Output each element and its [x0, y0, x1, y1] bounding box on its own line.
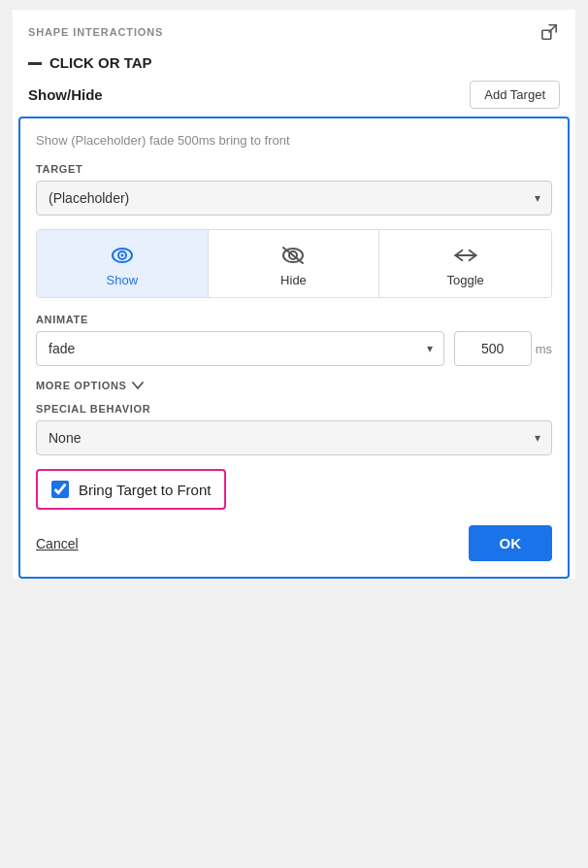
hide-action-button[interactable]: Hide — [209, 230, 380, 297]
interaction-summary: Show (Placeholder) fade 500ms bring to f… — [36, 132, 552, 150]
hide-button-label: Hide — [280, 273, 307, 287]
add-target-button[interactable]: Add Target — [470, 81, 560, 109]
bring-to-front-checkbox[interactable] — [51, 481, 69, 498]
bring-to-front-row: Bring Target to Front — [36, 469, 226, 510]
toggle-action-button[interactable]: Toggle — [379, 230, 551, 297]
bring-to-front-label[interactable]: Bring Target to Front — [79, 482, 211, 498]
special-behavior-select-wrapper[interactable]: None Show Once Hide Visited ▾ — [36, 420, 552, 455]
ok-button[interactable]: OK — [469, 525, 553, 561]
more-options-chevron-icon — [132, 382, 144, 389]
more-options-label: MORE OPTIONS — [36, 380, 126, 391]
animate-select[interactable]: fade slide none — [36, 331, 444, 366]
special-behavior-section: SPECIAL BEHAVIOR None Show Once Hide Vis… — [36, 403, 552, 455]
external-link-button[interactable] — [539, 21, 560, 43]
show-action-button[interactable]: Show — [37, 230, 209, 297]
target-label: TARGET — [36, 163, 552, 175]
target-select-wrapper[interactable]: (Placeholder) ▾ — [36, 181, 552, 216]
more-options-row[interactable]: MORE OPTIONS — [36, 380, 552, 391]
special-behavior-label: SPECIAL BEHAVIOR — [36, 403, 552, 415]
show-button-label: Show — [107, 273, 139, 287]
show-icon — [107, 244, 138, 267]
duration-unit-label: ms — [536, 342, 552, 356]
panel-header: SHAPE INTERACTIONS — [13, 10, 575, 50]
duration-input[interactable] — [454, 331, 532, 366]
card-footer: Cancel OK — [36, 525, 552, 561]
toggle-button-label: Toggle — [447, 273, 484, 287]
svg-line-1 — [549, 25, 556, 32]
target-select[interactable]: (Placeholder) — [36, 181, 552, 216]
duration-wrapper: ms — [454, 331, 552, 366]
interaction-card: Show (Placeholder) fade 500ms bring to f… — [18, 117, 570, 579]
panel-title: SHAPE INTERACTIONS — [28, 26, 163, 38]
click-tap-title: CLICK OR TAP — [49, 54, 152, 71]
hide-icon — [278, 244, 309, 267]
show-hide-label: Show/Hide — [28, 86, 103, 103]
animate-row: fade slide none ▾ ms — [36, 331, 552, 366]
show-hide-row: Show/Hide Add Target — [28, 81, 560, 109]
animate-label: ANIMATE — [36, 314, 552, 325]
collapse-icon[interactable] — [28, 62, 42, 65]
animate-select-wrapper[interactable]: fade slide none ▾ — [36, 331, 444, 366]
action-buttons-group: Show Hide Toggle — [36, 229, 552, 298]
click-tap-section: CLICK OR TAP Show/Hide Add Target — [13, 50, 575, 117]
click-tap-header: CLICK OR TAP — [28, 54, 560, 71]
cancel-button[interactable]: Cancel — [36, 530, 79, 557]
shape-interactions-panel: SHAPE INTERACTIONS CLICK OR TAP Show/Hid… — [13, 10, 575, 579]
external-link-icon — [540, 23, 558, 41]
svg-point-4 — [120, 254, 123, 257]
toggle-icon — [450, 244, 481, 267]
special-behavior-select[interactable]: None Show Once Hide Visited — [36, 420, 552, 455]
